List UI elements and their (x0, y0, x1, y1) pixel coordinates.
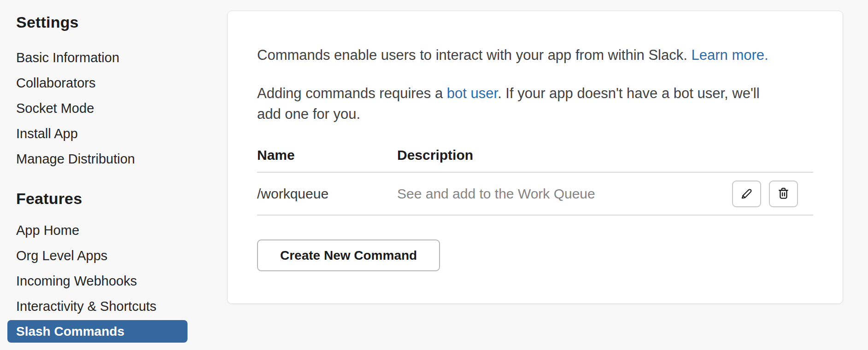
sidebar-item-collaborators[interactable]: Collaborators (7, 70, 192, 96)
command-name: /workqueue (257, 186, 397, 202)
row-actions (716, 181, 813, 207)
sidebar-item-slash-commands[interactable]: Slash Commands (7, 320, 188, 343)
intro-text-1: Commands enable users to interact with y… (257, 47, 691, 63)
intro-text-2a: Adding commands requires a (257, 85, 447, 101)
table-row: /workqueue See and add to the Work Queue (257, 173, 813, 216)
commands-table: Name Description /workqueue See and add … (257, 147, 813, 216)
sidebar-item-basic-information[interactable]: Basic Information (7, 45, 192, 70)
sidebar-settings-list: Basic Information Collaborators Socket M… (7, 45, 192, 172)
pencil-icon (739, 187, 754, 201)
sidebar-item-manage-distribution[interactable]: Manage Distribution (7, 146, 192, 172)
delete-command-button[interactable] (769, 181, 798, 207)
create-new-command-button[interactable]: Create New Command (257, 239, 440, 271)
column-header-name: Name (257, 147, 397, 163)
page: Settings Basic Information Collaborators… (0, 0, 868, 350)
sidebar-item-app-home[interactable]: App Home (7, 218, 192, 243)
command-description: See and add to the Work Queue (397, 186, 716, 202)
intro-paragraph-2: Adding commands requires a bot user. If … (257, 83, 773, 124)
sidebar-heading-features: Features (16, 189, 192, 208)
edit-command-button[interactable] (732, 181, 761, 207)
sidebar-item-socket-mode[interactable]: Socket Mode (7, 96, 192, 121)
sidebar-item-org-level-apps[interactable]: Org Level Apps (7, 243, 192, 268)
sidebar: Settings Basic Information Collaborators… (7, 0, 192, 343)
trash-icon (776, 187, 791, 201)
sidebar-features-list: App Home Org Level Apps Incoming Webhook… (7, 218, 192, 343)
learn-more-link[interactable]: Learn more. (691, 47, 768, 63)
table-header-row: Name Description (257, 147, 813, 173)
bot-user-link[interactable]: bot user (447, 85, 498, 101)
intro-paragraph-1: Commands enable users to interact with y… (257, 45, 813, 65)
sidebar-item-interactivity-shortcuts[interactable]: Interactivity & Shortcuts (7, 294, 192, 319)
column-header-description: Description (397, 147, 716, 163)
sidebar-item-incoming-webhooks[interactable]: Incoming Webhooks (7, 268, 192, 294)
sidebar-heading-settings: Settings (16, 13, 192, 31)
sidebar-item-install-app[interactable]: Install App (7, 121, 192, 146)
slash-commands-panel: Commands enable users to interact with y… (227, 11, 843, 304)
